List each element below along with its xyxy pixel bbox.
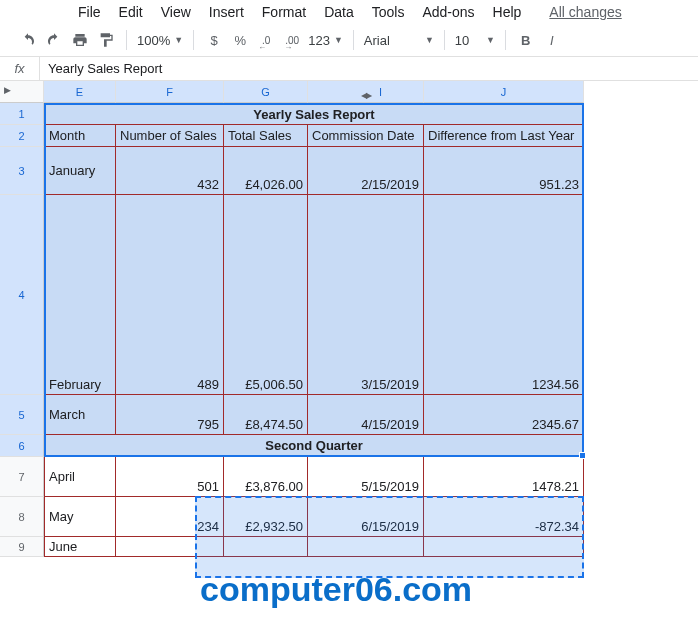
cell-numsales[interactable]: 432 [116, 147, 224, 195]
cell-numsales[interactable]: 501 [116, 457, 224, 497]
spreadsheet-grid: ▶ E F G ◀ ▶ I J 1 Yearly Sales Report 2 … [0, 81, 698, 557]
col-header-G[interactable]: G [224, 81, 308, 103]
cell-totalsales[interactable]: £4,026.00 [224, 147, 308, 195]
table-title-cell[interactable]: Yearly Sales Report [44, 103, 584, 125]
cell-diff[interactable]: 951.23 [424, 147, 584, 195]
print-icon[interactable] [70, 30, 90, 50]
col-header-J[interactable]: J [424, 81, 584, 103]
cell-month[interactable]: April [44, 457, 116, 497]
header-numsales[interactable]: Number of Sales [116, 125, 224, 147]
cell-commdate[interactable]: 3/15/2019 [308, 195, 424, 395]
bold-button[interactable]: B [516, 30, 536, 50]
chevron-down-icon: ▼ [174, 35, 183, 45]
chevron-down-icon: ▼ [486, 35, 495, 45]
col-header-F[interactable]: F [116, 81, 224, 103]
cell-month[interactable]: May [44, 497, 116, 537]
menu-addons[interactable]: Add-ons [422, 4, 474, 20]
menu-help[interactable]: Help [493, 4, 522, 20]
decrease-decimal-button[interactable]: .0 ← [256, 30, 276, 50]
header-diff[interactable]: Difference from Last Year [424, 125, 584, 147]
menu-view[interactable]: View [161, 4, 191, 20]
menu-file[interactable]: File [78, 4, 101, 20]
formula-bar: fx Yearly Sales Report [0, 57, 698, 81]
cell-month[interactable]: June [44, 537, 116, 557]
font-select[interactable]: Arial ▼ [364, 33, 434, 48]
menu-data[interactable]: Data [324, 4, 354, 20]
font-size-select[interactable]: 10 ▼ [455, 33, 495, 48]
row-header-7[interactable]: 7 [0, 457, 44, 497]
cell-month[interactable]: January [44, 147, 116, 195]
row-header-5[interactable]: 5 [0, 395, 44, 435]
undo-icon[interactable] [18, 30, 38, 50]
clipboard-selection [195, 496, 584, 578]
q2-title-cell[interactable]: Second Quarter [44, 435, 584, 457]
row-header-1[interactable]: 1 [0, 103, 44, 125]
cell-diff[interactable]: 1234.56 [424, 195, 584, 395]
toolbar: 100% ▼ $ % .0 ← .00 → 123 ▼ Arial ▼ 10 ▼… [0, 24, 698, 57]
all-changes-link[interactable]: All changes [549, 4, 621, 20]
menu-edit[interactable]: Edit [119, 4, 143, 20]
row-header-4[interactable]: 4 [0, 195, 44, 395]
row-header-2[interactable]: 2 [0, 125, 44, 147]
header-commdate[interactable]: Commission Date [308, 125, 424, 147]
menubar: File Edit View Insert Format Data Tools … [0, 0, 698, 24]
header-totalsales[interactable]: Total Sales [224, 125, 308, 147]
select-all-corner[interactable]: ▶ [0, 81, 44, 103]
separator [193, 30, 194, 50]
cell-commdate[interactable]: 4/15/2019 [308, 395, 424, 435]
col-header-I[interactable]: ◀ ▶ I [308, 81, 424, 103]
column-headers: ▶ E F G ◀ ▶ I J [0, 81, 698, 103]
cell-month[interactable]: February [44, 195, 116, 395]
fx-label: fx [0, 57, 40, 80]
zoom-value: 100% [137, 33, 170, 48]
cell-diff[interactable]: 1478.21 [424, 457, 584, 497]
cell-totalsales[interactable]: £5,006.50 [224, 195, 308, 395]
row-header-6[interactable]: 6 [0, 435, 44, 457]
header-month[interactable]: Month [44, 125, 116, 147]
format-123-button[interactable]: 123 ▼ [308, 33, 343, 48]
cell-commdate[interactable]: 2/15/2019 [308, 147, 424, 195]
cell-month[interactable]: March [44, 395, 116, 435]
paint-format-icon[interactable] [96, 30, 116, 50]
currency-button[interactable]: $ [204, 30, 224, 50]
italic-button[interactable]: I [542, 30, 562, 50]
zoom-select[interactable]: 100% ▼ [137, 33, 183, 48]
cell-commdate[interactable]: 5/15/2019 [308, 457, 424, 497]
rows-container: 1 Yearly Sales Report 2 Month Number of … [0, 103, 698, 557]
redo-icon[interactable] [44, 30, 64, 50]
row-header-9[interactable]: 9 [0, 537, 44, 557]
separator [505, 30, 506, 50]
percent-button[interactable]: % [230, 30, 250, 50]
separator [126, 30, 127, 50]
increase-decimal-button[interactable]: .00 → [282, 30, 302, 50]
chevron-down-icon: ▼ [334, 35, 343, 45]
menu-format[interactable]: Format [262, 4, 306, 20]
menu-tools[interactable]: Tools [372, 4, 405, 20]
separator [353, 30, 354, 50]
row-header-8[interactable]: 8 [0, 497, 44, 537]
hidden-col-indicator-icon[interactable]: ◀ ▶ [361, 85, 369, 107]
col-header-E[interactable]: E [44, 81, 116, 103]
cell-numsales[interactable]: 795 [116, 395, 224, 435]
row-header-3[interactable]: 3 [0, 147, 44, 195]
cell-numsales[interactable]: 489 [116, 195, 224, 395]
cell-totalsales[interactable]: £8,474.50 [224, 395, 308, 435]
formula-input[interactable]: Yearly Sales Report [40, 57, 698, 80]
cell-diff[interactable]: 2345.67 [424, 395, 584, 435]
separator [444, 30, 445, 50]
cell-totalsales[interactable]: £3,876.00 [224, 457, 308, 497]
menu-insert[interactable]: Insert [209, 4, 244, 20]
chevron-down-icon: ▼ [425, 35, 434, 45]
